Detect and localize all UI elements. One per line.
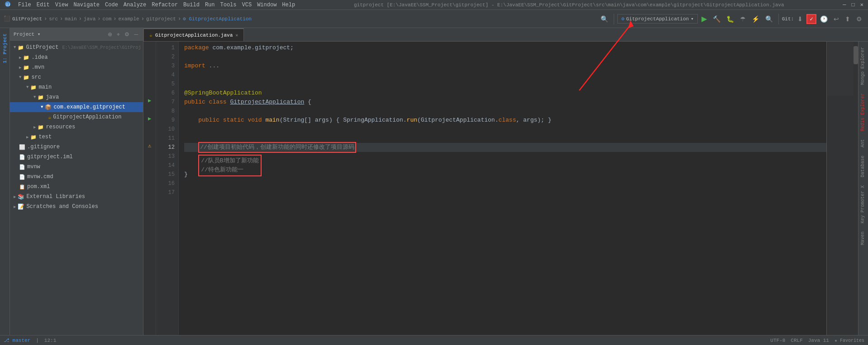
idea-folder-icon: 📁 [23, 55, 29, 61]
editor-tab-main[interactable]: ☕ GitprojectApplication.java ✕ [143, 28, 244, 41]
tree-item-gitignore[interactable]: ⬜ .gitignore [10, 142, 143, 152]
tree-item-gitproject-app[interactable]: ☕ GitprojectApplication [10, 112, 143, 122]
find-usages-btn[interactable]: 🔍 [763, 14, 775, 24]
menu-view[interactable]: View [52, 1, 71, 9]
gitignore-icon: ⬜ [19, 144, 25, 150]
menu-window[interactable]: Window [254, 1, 279, 9]
window-close[interactable]: ✕ [858, 0, 866, 9]
tree-item-mvn[interactable]: ▶ 📁 .mvn [10, 62, 143, 72]
warning-icon-12[interactable]: ⚠ [148, 142, 151, 149]
tree-item-root[interactable]: ▼ 📁 GitProject E:\JavaEE\SSM_Project\Git… [10, 43, 143, 52]
toolbar-project-label[interactable]: GitProject [12, 16, 42, 22]
tree-pom-label: pom.xml [27, 184, 50, 190]
tree-item-resources[interactable]: ▶ 📁 resources [10, 122, 143, 132]
import-dots: ... [209, 61, 219, 71]
line-num-14: 14 [156, 161, 175, 170]
status-line-sep: CRLF [791, 338, 802, 343]
tree-test-label: test [38, 134, 52, 140]
toolbar-example[interactable]: example [118, 16, 139, 22]
menu-refactor[interactable]: Refactor [149, 1, 181, 9]
git-revert-btn[interactable]: ↩ [831, 14, 841, 24]
menu-vcs[interactable]: VCS [239, 1, 255, 9]
build-button[interactable]: 🔨 [711, 14, 723, 24]
arrow-src-icon: ▼ [19, 75, 21, 80]
sidebar-tab-redis[interactable]: Redis Explorer [859, 90, 867, 135]
window-maximize[interactable]: □ [849, 1, 858, 9]
sidebar-tab-mongo[interactable]: Mongo Explorer [859, 43, 867, 89]
coverage-button[interactable]: ☂ [738, 14, 748, 24]
menu-help[interactable]: Help [279, 1, 298, 9]
tree-item-pom[interactable]: 📋 pom.xml [10, 182, 143, 192]
menu-analyze[interactable]: Analyze [121, 1, 149, 9]
sidebar-tab-database[interactable]: Database [859, 152, 867, 181]
toolbar-com[interactable]: com [102, 16, 111, 22]
menu-edit[interactable]: Edit [34, 1, 52, 9]
editor-scrollbar[interactable] [854, 42, 858, 335]
comma1: , args); } [516, 116, 551, 125]
tree-item-ext-libs[interactable]: ▶ 📚 External Libraries [10, 192, 143, 202]
toolbar: ⬛ GitProject › src › main › java › com ›… [0, 10, 868, 28]
menu-code[interactable]: Code [102, 1, 121, 9]
panel-scroll-btn[interactable]: ⌖ [115, 31, 121, 38]
tree-scratches-label: Scratches and Consoles [26, 203, 98, 210]
panel-add-btn[interactable]: ⊕ [106, 31, 114, 38]
git-push-btn[interactable]: ⬆ [843, 14, 853, 24]
tree-root-path: E:\JavaEE\SSM_Project\GitProj [62, 45, 141, 50]
line-num-7: 7 [156, 98, 175, 107]
tab-close-btn[interactable]: ✕ [235, 33, 238, 38]
line-num-12: 12 [156, 143, 175, 152]
run-config-selector[interactable]: ⚙ GitprojectApplication ▾ [617, 14, 698, 24]
code-line-6: @SpringBootApplication [184, 89, 826, 98]
tree-item-idea[interactable]: ▶ 📁 .idea [10, 52, 143, 62]
arrow-main-icon: ▼ [26, 85, 29, 90]
git-checkmark-icon: ✓ [810, 16, 813, 23]
tree-item-src[interactable]: ▼ 📁 src [10, 72, 143, 82]
toolbar-main[interactable]: main [65, 16, 76, 22]
sidebar-tab-ant[interactable]: Ant [859, 136, 867, 151]
tree-resources-label: resources [46, 124, 75, 130]
src-folder-icon: 📁 [23, 75, 29, 80]
menu-run[interactable]: Run [202, 1, 218, 9]
panel-minimize-btn[interactable]: ─ [133, 31, 139, 38]
settings-btn[interactable]: ⚙ [854, 14, 864, 24]
run-button[interactable]: ▶ [699, 13, 709, 24]
tree-item-main[interactable]: ▼ 📁 main [10, 82, 143, 92]
menu-build[interactable]: Build [181, 1, 202, 9]
toolbar-java[interactable]: java [84, 16, 95, 22]
menu-navigate[interactable]: Navigate [71, 1, 102, 9]
toolbar-gitproject[interactable]: gitproject [146, 16, 176, 22]
sidebar-tab-maven[interactable]: Maven [859, 228, 867, 249]
panel-settings-btn[interactable]: ⚙ [123, 31, 131, 38]
kw-class: class [209, 98, 230, 107]
git-commit-btn[interactable]: ✓ [806, 14, 816, 24]
minimap [826, 42, 854, 335]
tree-item-scratches[interactable]: ▶ 📝 Scratches and Consoles [10, 202, 143, 212]
menu-file[interactable]: File [15, 1, 34, 9]
code-editor[interactable]: package com.example.gitproject; import .… [179, 42, 826, 335]
menu-tools[interactable]: Tools [218, 1, 239, 9]
run-main-icon[interactable]: ▶ [148, 97, 151, 104]
line-num-5: 5 [156, 80, 175, 89]
tree-item-mvnw-cmd[interactable]: 📄 mvnw.cmd [10, 172, 143, 182]
git-update-btn[interactable]: ⬇ [795, 14, 805, 24]
toolbar-right: 🔍 ⚙ GitprojectApplication ▾ ▶ 🔨 🐛 ☂ ⚡ 🔍 … [598, 13, 864, 24]
tree-item-mvnw[interactable]: 📄 mvnw [10, 162, 143, 172]
project-panel-tab[interactable]: 1: Project [1, 30, 9, 67]
tree-item-iml[interactable]: 📄 gitproject.iml [10, 152, 143, 162]
window-minimize[interactable]: ─ [840, 1, 849, 9]
line-num-17: 17 [156, 188, 175, 197]
sidebar-tab-key-promoter[interactable]: Key Promoter X [859, 182, 867, 227]
git-history-btn[interactable]: 🕐 [818, 14, 830, 24]
tree-item-test[interactable]: ▶ 📁 test [10, 132, 143, 142]
toolbar-src[interactable]: src [49, 16, 58, 22]
search-everywhere-btn[interactable]: 🔍 [598, 14, 610, 24]
debug-button[interactable]: 🐛 [724, 14, 736, 24]
toolbar-class[interactable]: ⚙ GitprojectApplication [183, 16, 252, 22]
favorites-tab[interactable]: ★ Favorites [835, 338, 864, 343]
kw-package: package [184, 43, 212, 52]
status-git: ⎇ master [4, 337, 30, 343]
run-line9-icon[interactable]: ▶ [148, 115, 151, 122]
profile-button[interactable]: ⚡ [749, 14, 762, 24]
tree-item-package[interactable]: ▼ 📦 com.example.gitproject [10, 102, 143, 112]
tree-item-java[interactable]: ▼ 📁 java [10, 92, 143, 102]
